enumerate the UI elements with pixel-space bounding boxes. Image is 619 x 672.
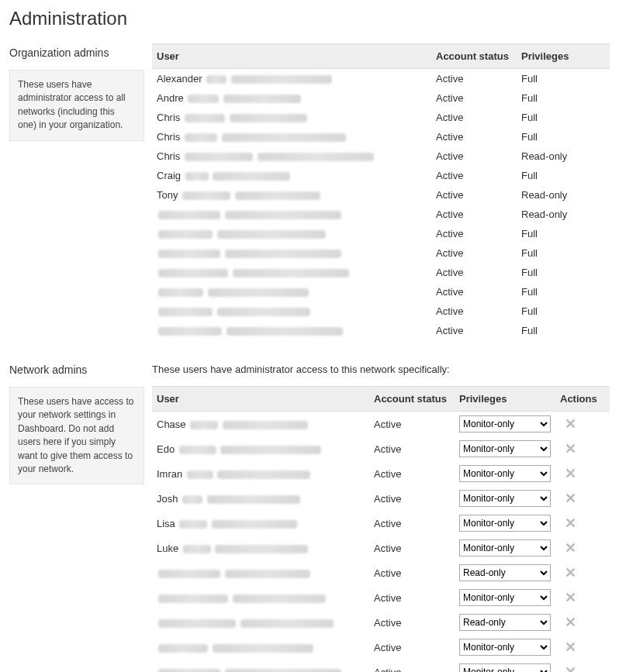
table-row: ActiveFull bbox=[152, 263, 610, 282]
user-name: Edo bbox=[157, 443, 175, 455]
redacted-text bbox=[158, 211, 220, 219]
delete-icon[interactable]: ✕ bbox=[560, 466, 576, 481]
priv-cell: FullRead-onlyMonitor-only bbox=[455, 461, 555, 486]
redacted-text bbox=[158, 230, 213, 239]
actions-cell: ✕ bbox=[555, 461, 610, 486]
delete-icon[interactable]: ✕ bbox=[560, 416, 576, 432]
status-cell: Active bbox=[431, 69, 517, 89]
privileges-select[interactable]: FullRead-onlyMonitor-only bbox=[459, 663, 551, 672]
redacted-text bbox=[213, 644, 313, 653]
table-row: Chris ActiveFull bbox=[152, 108, 610, 127]
privileges-select[interactable]: FullRead-onlyMonitor-only bbox=[459, 515, 551, 532]
status-cell: Active bbox=[431, 166, 517, 185]
table-row: ActiveFullRead-onlyMonitor-only✕ bbox=[152, 635, 610, 660]
user-cell bbox=[152, 243, 431, 263]
priv-cell: Read-only bbox=[517, 185, 610, 205]
redacted-text bbox=[235, 191, 320, 200]
delete-icon[interactable]: ✕ bbox=[560, 441, 576, 457]
priv-cell: Full bbox=[517, 166, 610, 185]
redacted-text bbox=[222, 133, 346, 142]
redacted-text bbox=[179, 446, 216, 454]
table-row: ActiveFullRead-onlyMonitor-only✕ bbox=[152, 560, 610, 585]
status-cell: Active bbox=[369, 585, 455, 610]
redacted-text bbox=[208, 288, 309, 297]
redacted-text bbox=[225, 669, 341, 672]
privileges-select[interactable]: FullRead-onlyMonitor-only bbox=[459, 490, 551, 507]
table-row: Alexander ActiveFull bbox=[152, 69, 610, 89]
col-actions: Actions bbox=[555, 387, 610, 412]
org-admins-section: Organization admins These users have adm… bbox=[9, 43, 610, 340]
priv-cell: Full bbox=[517, 224, 610, 243]
net-admins-help: These users have access to your network … bbox=[9, 387, 144, 484]
redacted-text bbox=[207, 495, 300, 504]
redacted-text bbox=[233, 269, 349, 277]
table-row: Luke ActiveFullRead-onlyMonitor-only✕ bbox=[152, 536, 610, 560]
redacted-text bbox=[183, 545, 211, 553]
privileges-select[interactable]: FullRead-onlyMonitor-only bbox=[459, 564, 551, 581]
delete-icon[interactable]: ✕ bbox=[560, 639, 576, 655]
table-row: Josh ActiveFullRead-onlyMonitor-only✕ bbox=[152, 486, 610, 511]
table-row: Tony ActiveRead-only bbox=[152, 185, 610, 205]
delete-icon[interactable]: ✕ bbox=[560, 540, 576, 556]
redacted-text bbox=[190, 421, 218, 429]
redacted-text bbox=[158, 308, 213, 316]
user-cell: Edo bbox=[152, 436, 369, 461]
table-row: ActiveRead-only bbox=[152, 205, 610, 224]
status-cell: Active bbox=[369, 560, 455, 585]
col-priv: Privileges bbox=[517, 44, 610, 69]
user-name: Josh bbox=[157, 493, 178, 505]
privileges-select[interactable]: FullRead-onlyMonitor-only bbox=[459, 539, 551, 557]
priv-cell: Full bbox=[517, 263, 610, 282]
delete-icon[interactable]: ✕ bbox=[560, 590, 576, 605]
user-cell: Chris bbox=[152, 108, 431, 127]
priv-cell: Full bbox=[517, 321, 610, 340]
table-row: Chase ActiveFullRead-onlyMonitor-only✕ bbox=[152, 412, 610, 437]
actions-cell: ✕ bbox=[555, 511, 610, 536]
privileges-select[interactable]: FullRead-onlyMonitor-only bbox=[459, 465, 551, 482]
status-cell: Active bbox=[431, 185, 517, 205]
redacted-text bbox=[206, 75, 227, 84]
privileges-select[interactable]: FullRead-onlyMonitor-only bbox=[459, 415, 551, 432]
privileges-select[interactable]: FullRead-onlyMonitor-only bbox=[459, 614, 551, 631]
delete-icon[interactable]: ✕ bbox=[560, 565, 576, 581]
redacted-text bbox=[187, 470, 213, 479]
network-admins-section: Network admins These users have access t… bbox=[9, 360, 610, 672]
actions-cell: ✕ bbox=[555, 560, 610, 585]
col-priv: Privileges bbox=[455, 387, 555, 412]
user-name: Lisa bbox=[157, 518, 175, 529]
table-row: Lisa ActiveFullRead-onlyMonitor-only✕ bbox=[152, 511, 610, 536]
status-cell: Active bbox=[369, 635, 455, 660]
user-cell: Craig bbox=[152, 166, 431, 185]
user-cell: Chris bbox=[152, 127, 431, 146]
user-name: Andre bbox=[157, 92, 184, 104]
redacted-text bbox=[231, 75, 332, 84]
table-row: Imran ActiveFullRead-onlyMonitor-only✕ bbox=[152, 461, 610, 486]
table-row: ActiveFullRead-onlyMonitor-only✕ bbox=[152, 610, 610, 635]
user-cell bbox=[152, 660, 369, 672]
delete-icon[interactable]: ✕ bbox=[560, 615, 576, 630]
privileges-select[interactable]: FullRead-onlyMonitor-only bbox=[459, 440, 551, 457]
priv-cell: FullRead-onlyMonitor-only bbox=[455, 660, 555, 672]
status-cell: Active bbox=[431, 224, 517, 243]
net-admins-intro: These users have administrator access to… bbox=[152, 364, 610, 375]
priv-cell: FullRead-onlyMonitor-only bbox=[455, 635, 555, 660]
delete-icon[interactable]: ✕ bbox=[560, 664, 576, 672]
priv-cell: FullRead-onlyMonitor-only bbox=[455, 536, 555, 560]
redacted-text bbox=[182, 191, 230, 200]
privileges-select[interactable]: FullRead-onlyMonitor-only bbox=[459, 589, 551, 606]
redacted-text bbox=[230, 114, 307, 122]
privileges-select[interactable]: FullRead-onlyMonitor-only bbox=[459, 639, 551, 656]
delete-icon[interactable]: ✕ bbox=[560, 515, 576, 531]
user-name: Imran bbox=[157, 468, 182, 480]
user-cell: Alexander bbox=[152, 69, 431, 89]
delete-icon[interactable]: ✕ bbox=[560, 491, 576, 506]
redacted-text bbox=[182, 495, 202, 504]
redacted-text bbox=[223, 421, 308, 429]
user-cell bbox=[152, 263, 431, 282]
user-cell bbox=[152, 321, 431, 340]
actions-cell: ✕ bbox=[555, 610, 610, 635]
status-cell: Active bbox=[369, 436, 455, 461]
redacted-text bbox=[258, 153, 374, 161]
redacted-text bbox=[217, 230, 326, 239]
user-cell: Lisa bbox=[152, 511, 369, 536]
